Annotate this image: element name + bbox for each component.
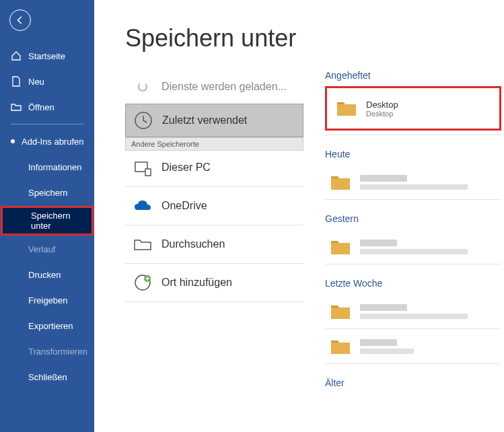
loc-divider xyxy=(125,263,303,264)
nav-addins[interactable]: Add-Ins abrufen xyxy=(0,129,94,154)
heading-today: Heute xyxy=(325,149,501,159)
nav-info[interactable]: Informationen xyxy=(0,154,94,180)
nav-label: Neu xyxy=(28,77,44,87)
loc-divider xyxy=(125,186,303,187)
loading-services: Dienste werden geladen... xyxy=(125,70,303,104)
nav-label: Transformieren xyxy=(28,347,87,357)
nav-history[interactable]: Verlauf xyxy=(0,236,94,262)
add-place-icon xyxy=(132,272,153,293)
nav-label: Drucken xyxy=(28,270,61,280)
thispc-icon xyxy=(132,157,153,178)
nav-label: Verlauf xyxy=(28,244,55,254)
recent-item[interactable] xyxy=(325,229,501,264)
recent-item[interactable] xyxy=(325,329,501,364)
nav-close[interactable]: Schließen xyxy=(0,364,94,390)
redacted-text xyxy=(360,339,414,354)
nav-label: Schließen xyxy=(28,372,67,382)
loc-label: Dienste werden geladen... xyxy=(161,81,287,93)
heading-yesterday: Gestern xyxy=(325,213,501,224)
loc-label: Durchsuchen xyxy=(161,238,225,250)
nav-label: Speichern unter xyxy=(31,211,92,231)
loc-onedrive[interactable]: OneDrive xyxy=(125,189,303,223)
loc-recent[interactable]: Zuletzt verwendet xyxy=(125,104,303,137)
heading-lastweek: Letzte Woche xyxy=(325,278,501,289)
locations-column: Dienste werden geladen... Zuletzt verwen… xyxy=(125,70,303,402)
spinner-icon xyxy=(138,82,147,92)
heading-older: Älter xyxy=(325,377,501,388)
clock-icon xyxy=(133,110,154,131)
loc-label: Dieser PC xyxy=(161,161,211,174)
recent-item-title: Desktop xyxy=(366,100,398,110)
loc-addplace[interactable]: Ort hinzufügen xyxy=(125,266,303,299)
folder-icon xyxy=(330,338,351,355)
recent-item[interactable] xyxy=(325,294,501,329)
loc-browse[interactable]: Durchsuchen xyxy=(125,227,303,261)
loc-thispc[interactable]: Dieser PC xyxy=(125,151,303,184)
loc-divider xyxy=(125,225,303,225)
folder-icon xyxy=(330,303,351,320)
other-locations-label: Andere Speicherorte xyxy=(125,137,303,151)
loc-label: OneDrive xyxy=(161,200,207,212)
nav-label: Speichern xyxy=(28,188,68,198)
browse-folder-icon xyxy=(132,233,153,255)
main-panel: Speichern unter Dienste werden geladen..… xyxy=(94,0,504,432)
nav-home[interactable]: Startseite xyxy=(0,43,94,69)
redacted-text xyxy=(360,304,468,319)
nav-label: Add-Ins abrufen xyxy=(22,137,84,147)
nav-label: Öffnen xyxy=(28,102,55,112)
nav-label: Exportieren xyxy=(28,321,73,331)
nav-label: Startseite xyxy=(28,51,65,61)
folder-icon xyxy=(330,174,351,191)
open-folder-icon xyxy=(11,102,22,112)
nav-label: Informationen xyxy=(28,162,82,172)
nav-label: Freigeben xyxy=(28,295,68,305)
svg-rect-2 xyxy=(145,169,151,176)
loc-label: Ort hinzufügen xyxy=(161,277,232,289)
back-button[interactable] xyxy=(9,9,31,31)
folder-icon xyxy=(330,238,351,256)
nav-share[interactable]: Freigeben xyxy=(0,287,94,313)
nav-print[interactable]: Drucken xyxy=(0,262,94,287)
redacted-text xyxy=(360,175,468,190)
nav-new[interactable]: Neu xyxy=(0,69,94,94)
recent-item-subtitle: Desktop xyxy=(366,110,398,118)
heading-pinned: Angeheftet xyxy=(325,70,501,81)
onedrive-icon xyxy=(132,195,153,217)
home-icon xyxy=(11,50,22,61)
folder-icon xyxy=(336,100,357,117)
nav-divider xyxy=(11,124,83,124)
loc-divider xyxy=(125,301,303,302)
nav-export[interactable]: Exportieren xyxy=(0,313,94,338)
backstage-sidebar: Startseite Neu Öffnen Add-Ins abrufen In… xyxy=(0,0,94,432)
recent-column: Angeheftet Desktop Desktop Heute xyxy=(303,70,504,402)
loc-label: Zuletzt verwendet xyxy=(162,114,247,127)
nav-save[interactable]: Speichern xyxy=(0,180,94,205)
new-doc-icon xyxy=(11,76,22,87)
redacted-text xyxy=(360,240,468,254)
arrow-left-icon xyxy=(15,15,25,25)
recent-item[interactable] xyxy=(325,165,501,200)
recent-item-desktop[interactable]: Desktop Desktop xyxy=(331,91,495,126)
page-title: Speichern unter xyxy=(125,24,504,52)
highlight-desktop: Desktop Desktop xyxy=(325,86,501,131)
new-indicator-icon xyxy=(11,139,15,143)
nav-saveas[interactable]: Speichern unter xyxy=(3,208,92,233)
nav-transform[interactable]: Transformieren xyxy=(0,338,94,364)
highlight-saveas: Speichern unter xyxy=(1,206,94,236)
nav-open[interactable]: Öffnen xyxy=(0,94,94,120)
